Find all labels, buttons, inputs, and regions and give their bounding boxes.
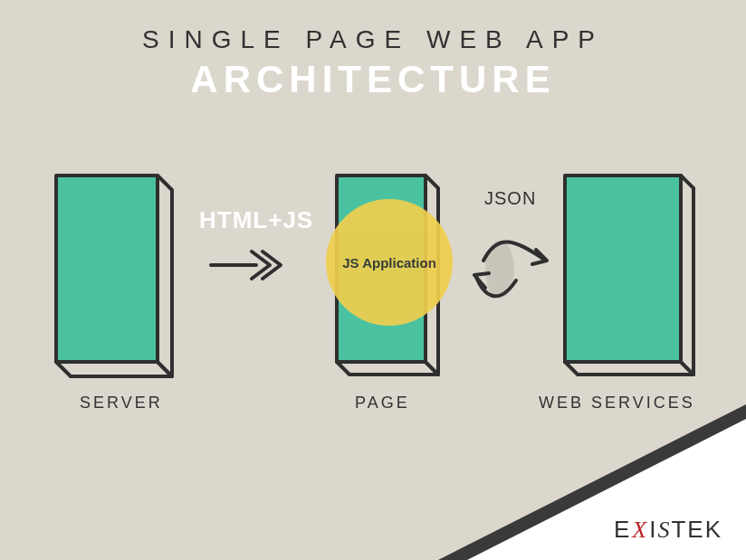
diagram-title-bottom: ARCHITECTURE [0, 58, 746, 101]
svg-marker-2 [158, 176, 172, 376]
server-node [51, 172, 177, 384]
exchange-arrows-icon [473, 224, 563, 318]
web-services-node [560, 172, 700, 384]
js-application-bubble: JS Application [326, 199, 453, 326]
svg-marker-7 [565, 362, 693, 375]
svg-marker-6 [565, 176, 681, 362]
arrow-server-to-page-icon [206, 242, 288, 291]
brand-part3: I [649, 516, 657, 544]
arrow-label-json: JSON [484, 188, 536, 209]
server-caption: SERVER [80, 394, 163, 413]
arrow-label-html-js: HTML+JS [199, 206, 313, 234]
brand-part1: E [614, 516, 631, 544]
brand-logo: EXISTEK [614, 516, 722, 544]
svg-marker-1 [56, 362, 172, 376]
brand-part5: TEK [671, 516, 722, 544]
svg-marker-0 [56, 176, 158, 362]
svg-marker-4 [337, 362, 438, 375]
brand-part4: S [657, 517, 671, 544]
svg-marker-8 [681, 176, 693, 375]
brand-part2: X [632, 517, 648, 544]
diagram-title-top: SINGLE PAGE WEB APP [0, 25, 746, 54]
js-application-label: JS Application [342, 255, 436, 271]
